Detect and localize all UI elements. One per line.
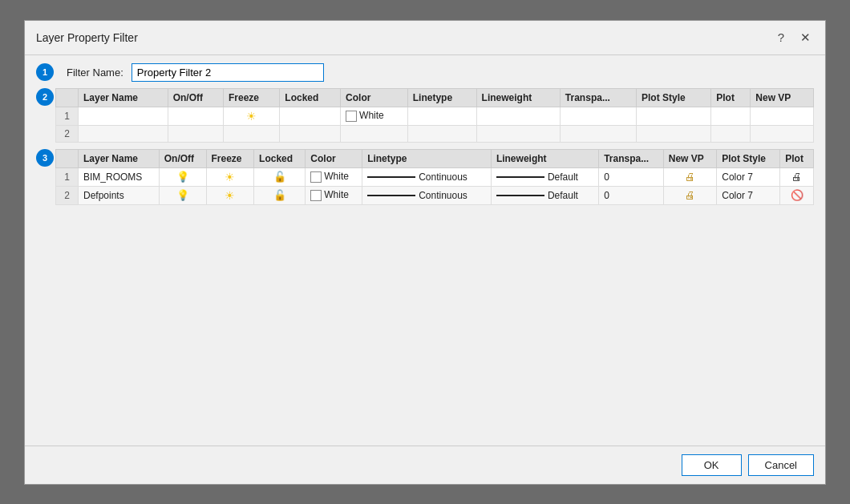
lower-row-1-newvp: 🖨 bbox=[663, 167, 717, 186]
upper-col-plotstyle: Plot Style bbox=[636, 88, 710, 107]
cancel-button[interactable]: Cancel bbox=[748, 454, 814, 476]
upper-col-lineweight: Lineweight bbox=[476, 88, 560, 107]
freeze-sun-icon-1: ☀ bbox=[246, 110, 257, 123]
freeze-sun-icon-lower-1: ☀ bbox=[225, 171, 235, 183]
lower-row-1-color-box bbox=[310, 171, 322, 183]
upper-col-plot: Plot bbox=[711, 88, 751, 107]
lower-row-1-transpa: 0 bbox=[599, 167, 664, 186]
lower-col-lineweight: Lineweight bbox=[491, 149, 598, 167]
lower-row-2-freeze: ☀ bbox=[206, 186, 254, 204]
upper-row-2-layer bbox=[79, 125, 168, 142]
upper-row-2-freeze bbox=[224, 125, 280, 142]
upper-row-2-plot bbox=[711, 125, 751, 142]
lower-col-transpa: Transpa... bbox=[599, 149, 664, 167]
lower-row-2-transpa: 0 bbox=[599, 186, 664, 204]
lock-icon-2: 🔓 bbox=[273, 189, 286, 201]
lower-col-layer: Layer Name bbox=[79, 149, 160, 167]
lower-table: Layer Name On/Off Freeze Locked Color Li… bbox=[55, 149, 814, 205]
footer: OK Cancel bbox=[25, 446, 825, 484]
lower-row-2-locked: 🔓 bbox=[254, 186, 306, 204]
lower-row-2-layer: Defpoints bbox=[79, 186, 160, 204]
upper-row-2[interactable]: 2 bbox=[56, 125, 814, 142]
freeze-sun-icon-lower-2: ☀ bbox=[225, 189, 235, 202]
upper-row-1-color-label: White bbox=[359, 110, 384, 121]
upper-row-2-linetype bbox=[407, 125, 476, 142]
linetype-line-1 bbox=[367, 176, 415, 178]
filter-name-label: Filter Name: bbox=[67, 67, 123, 79]
upper-col-layer: Layer Name bbox=[79, 88, 168, 107]
upper-table-header: Layer Name On/Off Freeze Locked Color Li… bbox=[56, 88, 814, 107]
badge-3-spacer: 3 bbox=[36, 149, 55, 167]
filter-name-row: 1 Filter Name: bbox=[25, 55, 825, 88]
upper-row-1-onoff bbox=[168, 107, 223, 125]
lower-row-1-num: 1 bbox=[56, 167, 79, 186]
lower-col-onoff: On/Off bbox=[159, 149, 206, 167]
lock-icon-1: 🔓 bbox=[273, 171, 286, 183]
onoff-icon-2: 💡 bbox=[176, 189, 189, 201]
upper-row-1-plotstyle bbox=[636, 107, 710, 125]
lower-row-1-locked: 🔓 bbox=[254, 167, 306, 186]
badge-3: 3 bbox=[36, 149, 54, 167]
upper-col-onoff: On/Off bbox=[168, 88, 223, 107]
lower-row-2-linetype: Continuous bbox=[362, 186, 492, 204]
close-button[interactable]: ✕ bbox=[796, 29, 814, 46]
upper-col-color: Color bbox=[341, 88, 408, 107]
onoff-icon-1: 💡 bbox=[176, 171, 189, 183]
upper-row-2-plotstyle bbox=[636, 125, 710, 142]
upper-row-1-linetype bbox=[407, 107, 476, 125]
lower-row-1-layer: BIM_ROOMS bbox=[79, 167, 160, 186]
upper-row-2-locked bbox=[280, 125, 341, 142]
newvp-icon-1: 🖨 bbox=[685, 171, 695, 183]
badge-2: 2 bbox=[36, 88, 54, 106]
upper-row-1-locked bbox=[280, 107, 341, 125]
lower-row-1-plot: 🖨 bbox=[780, 167, 814, 186]
upper-row-1-transpa bbox=[560, 107, 636, 125]
lower-row-2-lineweight: Default bbox=[491, 186, 598, 204]
lower-row-1-linetype: Continuous bbox=[362, 167, 492, 186]
upper-row-1-newvp bbox=[751, 107, 814, 125]
content-area: 2 Layer Name On/Off Freeze Locked Color … bbox=[25, 88, 825, 446]
lower-row-2-plotstyle: Color 7 bbox=[717, 186, 780, 204]
upper-col-num bbox=[56, 88, 79, 107]
upper-row-2-transpa bbox=[560, 125, 636, 142]
upper-table-area: Layer Name On/Off Freeze Locked Color Li… bbox=[55, 88, 814, 143]
dialog-title: Layer Property Filter bbox=[36, 31, 138, 44]
lower-row-1-color-label: White bbox=[324, 171, 349, 182]
lower-table-header: Layer Name On/Off Freeze Locked Color Li… bbox=[56, 149, 814, 167]
lower-row-1-color: White bbox=[306, 167, 362, 186]
layer-property-filter-dialog: Layer Property Filter ? ✕ 1 Filter Name:… bbox=[24, 20, 826, 485]
upper-table: Layer Name On/Off Freeze Locked Color Li… bbox=[55, 88, 814, 143]
upper-row-1-num: 1 bbox=[56, 107, 79, 125]
lower-row-1-plotstyle: Color 7 bbox=[717, 167, 780, 186]
upper-row-2-num: 2 bbox=[56, 125, 79, 142]
upper-row-1-layer bbox=[79, 107, 168, 125]
lineweight-line-2 bbox=[496, 195, 544, 196]
upper-row-2-newvp bbox=[751, 125, 814, 142]
upper-row-1-lineweight bbox=[476, 107, 560, 125]
upper-row-1-plot bbox=[711, 107, 751, 125]
upper-row-1-color: White bbox=[341, 107, 408, 125]
plot-icon-1: 🖨 bbox=[791, 171, 802, 183]
ok-button[interactable]: OK bbox=[682, 454, 742, 476]
linetype-line-2 bbox=[367, 195, 415, 196]
lower-col-freeze: Freeze bbox=[206, 149, 254, 167]
lower-table-area: Layer Name On/Off Freeze Locked Color Li… bbox=[55, 149, 814, 205]
lower-row-1-freeze: ☀ bbox=[206, 167, 254, 186]
newvp-icon-2: 🖨 bbox=[685, 189, 695, 201]
lower-row-1[interactable]: 1 BIM_ROOMS 💡 ☀ 🔓 bbox=[56, 167, 814, 186]
upper-row-1[interactable]: 1 ☀ White bbox=[56, 107, 814, 125]
lower-row-2-num: 2 bbox=[56, 186, 79, 204]
lower-col-linetype: Linetype bbox=[362, 149, 492, 167]
lower-section: 3 Layer Name On/Off Freeze Locked Color … bbox=[36, 149, 814, 446]
help-button[interactable]: ? bbox=[772, 29, 790, 46]
lower-row-2[interactable]: 2 Defpoints 💡 ☀ 🔓 bbox=[56, 186, 814, 204]
upper-row-2-color bbox=[341, 125, 408, 142]
lower-col-plotstyle: Plot Style bbox=[717, 149, 780, 167]
filter-name-input[interactable] bbox=[132, 63, 324, 82]
lineweight-line-1 bbox=[496, 176, 544, 178]
upper-col-freeze: Freeze bbox=[224, 88, 280, 107]
lower-row-2-color: White bbox=[306, 186, 362, 204]
lower-col-plot: Plot bbox=[780, 149, 814, 167]
lower-row-2-newvp: 🖨 bbox=[663, 186, 717, 204]
upper-row-1-freeze: ☀ bbox=[224, 107, 280, 125]
